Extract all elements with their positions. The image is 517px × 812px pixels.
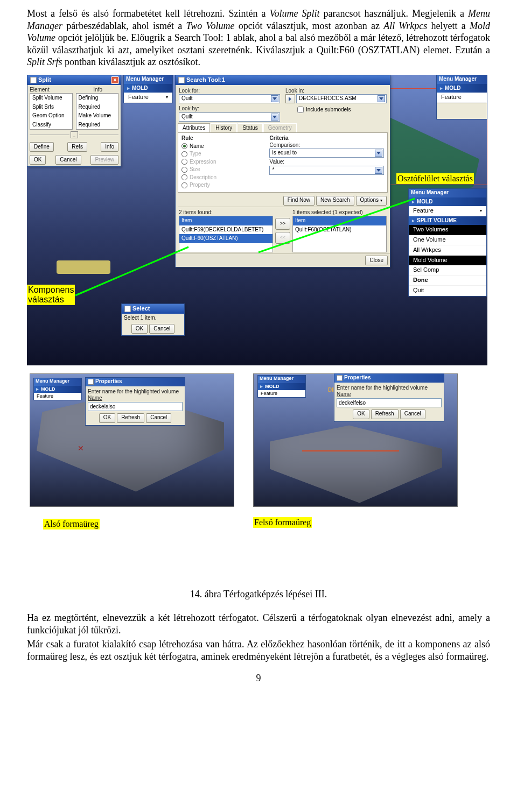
text: helyett a bbox=[431, 20, 470, 31]
callout-felso-formaure: Felső formaüreg bbox=[253, 517, 312, 528]
element-list[interactable]: Split Volume Split Srfs Geom Option Clas… bbox=[30, 93, 73, 130]
chevron-down-icon bbox=[375, 150, 382, 157]
value-combo[interactable]: * bbox=[269, 166, 384, 175]
select-popup: Select Select 1 item. OK Cancel bbox=[121, 303, 185, 336]
look-by-combo[interactable]: Quilt bbox=[179, 112, 280, 122]
props-name-input[interactable] bbox=[88, 402, 183, 411]
chevron-down-icon bbox=[271, 95, 278, 102]
select-ok-button[interactable]: OK bbox=[131, 324, 148, 334]
mm-header[interactable]: MOLD bbox=[258, 383, 305, 390]
rule-size[interactable]: Size bbox=[181, 166, 269, 173]
list-item[interactable]: Quilt:F60(OSZTATLAN) bbox=[293, 225, 386, 235]
rule-type[interactable]: Type bbox=[181, 151, 269, 158]
chevron-down-icon: ▾ bbox=[480, 208, 482, 214]
comparison-combo[interactable]: is equal to bbox=[269, 149, 384, 158]
mm-header[interactable]: MOLD bbox=[437, 84, 487, 93]
mi-mold-volume[interactable]: Mold Volume bbox=[409, 256, 486, 266]
chevron-down-icon: ▾ bbox=[380, 198, 382, 203]
close-button[interactable]: Close bbox=[365, 256, 388, 265]
list-item: Defining bbox=[76, 94, 118, 103]
look-in-combo[interactable]: DECKELFROCCS.ASM bbox=[296, 94, 387, 103]
mi-sel-comp[interactable]: Sel Comp bbox=[409, 265, 486, 276]
mm-title: Menu Manager bbox=[437, 75, 487, 84]
mi-feature[interactable]: Feature bbox=[258, 390, 305, 397]
cancel-button[interactable]: Cancel bbox=[55, 155, 81, 165]
comparison-label: Comparison: bbox=[269, 142, 384, 149]
list-item-selected[interactable]: Quilt:F60(OSZTATLAN) bbox=[179, 234, 273, 243]
mm-mold-header[interactable]: MOLD bbox=[124, 84, 172, 93]
preview-button[interactable]: Preview bbox=[90, 155, 118, 165]
select-cancel-button[interactable]: Cancel bbox=[149, 324, 174, 334]
list-item[interactable]: Quilt:F59(DECKELOLDALBETET) bbox=[179, 225, 273, 235]
list-item[interactable]: Classify bbox=[30, 121, 72, 130]
found-label: 2 items found: bbox=[179, 209, 273, 216]
mi-quit[interactable]: Quit bbox=[409, 286, 486, 296]
search-tool-window: Search Tool:1 Look for: Quilt Look by: Q… bbox=[175, 75, 390, 268]
look-for-combo[interactable]: Quilt bbox=[179, 94, 280, 103]
mm-title: Menu Manager bbox=[34, 378, 81, 386]
cursor-icon[interactable] bbox=[285, 94, 295, 103]
mi-one-volume[interactable]: One Volume bbox=[409, 235, 486, 245]
props-cancel-button[interactable]: Cancel bbox=[146, 413, 171, 423]
list-item: Required bbox=[76, 121, 118, 130]
close-icon[interactable]: × bbox=[111, 76, 119, 84]
mm-splitvol-header[interactable]: SPLIT VOLUME bbox=[409, 216, 486, 225]
find-now-button[interactable]: Find Now bbox=[283, 196, 315, 206]
figure-caption: 14. ábra Térfogatképzés lépései III. bbox=[27, 588, 490, 601]
split-title-bar: Split × bbox=[27, 75, 121, 85]
list-item[interactable]: Split Srfs bbox=[30, 103, 72, 112]
transfer-right-button[interactable]: >> bbox=[275, 218, 290, 230]
edge-highlight bbox=[302, 450, 399, 451]
mi-all-wrkpcs[interactable]: All Wrkpcs bbox=[409, 245, 486, 256]
menu-manager-mini-right: Menu Manager MOLD Feature bbox=[257, 375, 306, 398]
refs-button[interactable]: Refs bbox=[67, 142, 87, 152]
scroll-handle[interactable]: ⎯ bbox=[71, 131, 78, 138]
info-button[interactable]: Info bbox=[101, 142, 118, 152]
list-item[interactable]: Split Volume bbox=[30, 94, 72, 103]
rule-expression[interactable]: Expression bbox=[181, 159, 269, 166]
props-name-input[interactable] bbox=[337, 398, 442, 407]
select-text: Select 1 item. bbox=[122, 314, 184, 323]
props-title-text: Properties bbox=[344, 375, 371, 382]
props-refresh-button[interactable]: Refresh bbox=[371, 409, 399, 419]
mm-mold-header[interactable]: MOLD bbox=[409, 197, 486, 207]
chevron-down-icon bbox=[378, 95, 385, 102]
select-title: Select bbox=[132, 305, 150, 313]
props-refresh-button[interactable]: Refresh bbox=[117, 413, 144, 423]
props-ok-button[interactable]: OK bbox=[99, 413, 115, 423]
mm-title: Menu Manager bbox=[258, 376, 305, 383]
mm-feature-item[interactable]: Feature ▾ bbox=[124, 93, 172, 103]
props-ok-button[interactable]: OK bbox=[353, 409, 369, 419]
list-item[interactable]: Geom Option bbox=[30, 111, 72, 121]
mm-header[interactable]: MOLD bbox=[34, 386, 81, 393]
define-button[interactable]: Define bbox=[30, 142, 54, 152]
mi-two-volumes[interactable]: Two Volumes bbox=[409, 225, 486, 235]
tab-history[interactable]: History bbox=[211, 123, 237, 133]
include-submodels-check[interactable]: Include submodels bbox=[297, 107, 351, 114]
transfer-left-button[interactable]: << bbox=[275, 232, 290, 244]
mm-feature-item[interactable]: Feature▾ bbox=[409, 206, 486, 216]
text-italic: All Wrkpcs bbox=[383, 20, 427, 31]
mi-feature[interactable]: Feature bbox=[34, 393, 81, 400]
mi-feature[interactable]: Feature bbox=[437, 93, 487, 103]
mm-title: Menu Manager bbox=[409, 189, 486, 197]
text-italic: Two Volume bbox=[186, 20, 235, 31]
props-cancel-button[interactable]: Cancel bbox=[400, 409, 425, 419]
selected-listbox[interactable]: Item Quilt:F60(OSZTATLAN) bbox=[292, 216, 387, 252]
look-in-label: Look in: bbox=[285, 88, 387, 95]
tab-status[interactable]: Status bbox=[237, 123, 262, 133]
props-name-label: Name bbox=[88, 395, 183, 402]
found-listbox[interactable]: Item Quilt:F59(DECKELOLDALBETET) Quilt:F… bbox=[179, 216, 273, 252]
rule-name[interactable]: Name bbox=[181, 143, 269, 150]
search-title-text: Search Tool:1 bbox=[186, 76, 225, 84]
ok-button[interactable]: OK bbox=[30, 155, 46, 165]
new-search-button[interactable]: New Search bbox=[316, 196, 354, 206]
rule-description[interactable]: Description bbox=[181, 174, 269, 181]
menu-manager-right: Menu Manager MOLD Feature▾ SPLIT VOLUME … bbox=[408, 188, 487, 296]
split-window: Split × Element Info Split Volume Split … bbox=[27, 75, 121, 167]
tab-attributes[interactable]: Attributes bbox=[178, 123, 210, 133]
options-button[interactable]: Options ▾ bbox=[356, 196, 387, 206]
mi-done[interactable]: Done bbox=[409, 276, 486, 286]
page-number: 9 bbox=[27, 672, 490, 684]
rule-property[interactable]: Property bbox=[181, 182, 269, 189]
